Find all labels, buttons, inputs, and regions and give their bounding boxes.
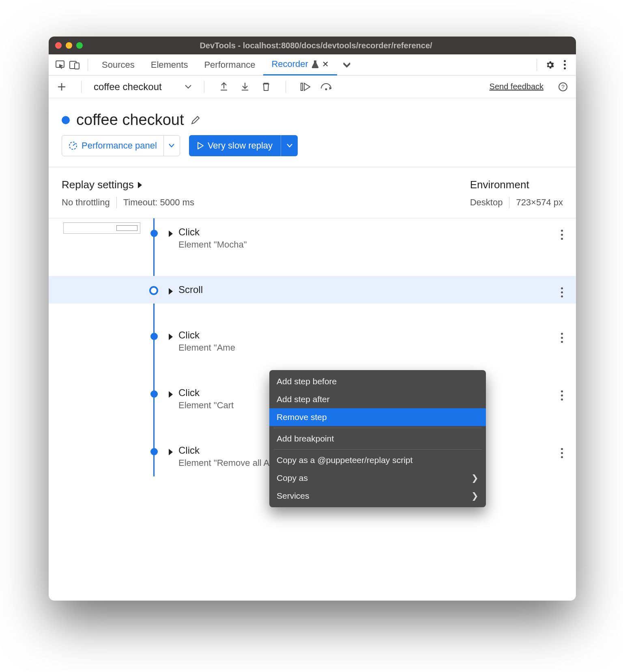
page-title: coffee checkout bbox=[76, 111, 184, 129]
menu-separator bbox=[273, 449, 482, 450]
button-label: Performance panel bbox=[82, 140, 157, 151]
heading-label: Environment bbox=[470, 179, 529, 191]
divider bbox=[88, 59, 88, 71]
expand-step-icon[interactable] bbox=[169, 449, 173, 455]
chevron-down-icon[interactable] bbox=[185, 84, 192, 89]
timeline-node-icon bbox=[150, 333, 158, 340]
step-menu-icon[interactable] bbox=[561, 333, 563, 343]
ctx-copy-puppeteer[interactable]: Copy as a @puppeteer/replay script bbox=[269, 451, 486, 469]
devtools-window: DevTools - localhost:8080/docs/devtools/… bbox=[49, 37, 576, 601]
new-recording-icon[interactable] bbox=[54, 80, 69, 94]
step-subtitle: Element "Mocha" bbox=[178, 239, 552, 250]
divider bbox=[116, 197, 117, 208]
step-title: Scroll bbox=[178, 284, 552, 295]
divider bbox=[509, 197, 509, 208]
tab-label: Performance bbox=[204, 60, 255, 70]
flask-icon bbox=[312, 60, 319, 68]
expand-step-icon[interactable] bbox=[169, 288, 173, 295]
help-icon[interactable]: ? bbox=[556, 80, 570, 94]
kebab-menu-icon[interactable] bbox=[557, 58, 572, 72]
titlebar: DevTools - localhost:8080/docs/devtools/… bbox=[49, 37, 576, 54]
tab-recorder[interactable]: Recorder ✕ bbox=[263, 54, 337, 75]
replay-settings-heading[interactable]: Replay settings bbox=[62, 179, 470, 191]
step-menu-icon[interactable] bbox=[561, 287, 563, 297]
step-menu-icon[interactable] bbox=[561, 390, 563, 401]
ctx-copy-as[interactable]: Copy as ❯ bbox=[269, 469, 486, 487]
divider bbox=[537, 59, 537, 71]
step-menu-icon[interactable] bbox=[561, 230, 563, 240]
step-row[interactable]: Click Element "Mocha" bbox=[49, 218, 576, 258]
divider bbox=[81, 81, 82, 93]
step-menu-icon[interactable] bbox=[561, 448, 563, 458]
menu-label: Add breakpoint bbox=[277, 434, 334, 444]
step-over-icon[interactable] bbox=[319, 80, 334, 94]
device-value: Desktop bbox=[470, 197, 503, 208]
close-window-button[interactable] bbox=[55, 42, 62, 49]
divider bbox=[204, 81, 204, 93]
timeline-node-icon bbox=[150, 230, 158, 237]
replay-button[interactable]: Very slow replay bbox=[189, 135, 298, 156]
expand-step-icon[interactable] bbox=[169, 334, 173, 340]
close-tab-icon[interactable]: ✕ bbox=[322, 59, 329, 69]
menu-label: Services bbox=[277, 491, 309, 501]
timeout-value: Timeout: 5000 ms bbox=[123, 197, 194, 208]
menu-label: Add step after bbox=[277, 394, 330, 404]
tab-label: Elements bbox=[151, 60, 188, 70]
edit-title-icon[interactable] bbox=[190, 115, 201, 125]
replay-speed-dropdown[interactable] bbox=[281, 135, 298, 156]
step-subtitle: Element "Ame bbox=[178, 342, 552, 353]
step-replay-icon[interactable] bbox=[298, 80, 313, 94]
svg-point-4 bbox=[325, 88, 327, 90]
menu-label: Copy as a @puppeteer/replay script bbox=[277, 455, 412, 465]
divider bbox=[286, 81, 286, 93]
tab-sources[interactable]: Sources bbox=[94, 54, 143, 75]
import-icon[interactable] bbox=[238, 80, 252, 94]
timeline-node-icon bbox=[150, 448, 158, 455]
chevron-right-icon: ❯ bbox=[471, 473, 479, 483]
chevron-right-icon bbox=[138, 182, 142, 188]
tab-elements[interactable]: Elements bbox=[143, 54, 196, 75]
recording-selector[interactable]: coffee checkout bbox=[94, 81, 162, 93]
ctx-services[interactable]: Services ❯ bbox=[269, 487, 486, 505]
menu-label: Copy as bbox=[277, 473, 308, 483]
chevron-right-icon: ❯ bbox=[471, 491, 479, 501]
menu-label: Add step before bbox=[277, 377, 337, 386]
more-tabs-icon[interactable] bbox=[339, 58, 354, 72]
button-label: Very slow replay bbox=[208, 140, 273, 151]
export-icon[interactable] bbox=[217, 80, 231, 94]
timeline-node-icon bbox=[149, 286, 158, 295]
menu-label: Remove step bbox=[277, 412, 327, 422]
send-feedback-link[interactable]: Send feedback bbox=[490, 82, 544, 91]
ctx-add-step-after[interactable]: Add step after bbox=[269, 390, 486, 408]
step-row[interactable]: Click Element "Ame bbox=[49, 321, 576, 361]
expand-step-icon[interactable] bbox=[169, 230, 173, 237]
perf-panel-dropdown[interactable] bbox=[163, 136, 180, 156]
action-buttons: Performance panel Very slow replay bbox=[49, 135, 576, 167]
gauge-icon bbox=[69, 141, 77, 150]
device-toolbar-icon[interactable] bbox=[67, 58, 82, 72]
step-row[interactable]: Scroll bbox=[49, 276, 576, 304]
svg-rect-3 bbox=[301, 83, 303, 90]
environment-heading: Environment bbox=[470, 179, 563, 191]
devtools-tabstrip: Sources Elements Performance Recorder ✕ bbox=[49, 54, 576, 75]
timeline-node-icon bbox=[150, 390, 158, 398]
performance-panel-button[interactable]: Performance panel bbox=[62, 135, 180, 156]
play-icon bbox=[197, 142, 204, 149]
heading-label: Replay settings bbox=[62, 179, 134, 191]
svg-text:?: ? bbox=[561, 83, 565, 90]
settings-strip: Replay settings No throttling Timeout: 5… bbox=[49, 167, 576, 218]
menu-separator bbox=[273, 428, 482, 428]
expand-step-icon[interactable] bbox=[169, 391, 173, 398]
step-title: Click bbox=[178, 226, 552, 238]
throttling-value: No throttling bbox=[62, 197, 110, 208]
step-title: Click bbox=[178, 330, 552, 341]
inspect-element-icon[interactable] bbox=[53, 58, 67, 72]
ctx-add-breakpoint[interactable]: Add breakpoint bbox=[269, 430, 486, 448]
settings-gear-icon[interactable] bbox=[543, 58, 557, 72]
ctx-add-step-before[interactable]: Add step before bbox=[269, 373, 486, 390]
recording-indicator-icon bbox=[62, 116, 70, 124]
delete-icon[interactable] bbox=[259, 80, 273, 94]
ctx-remove-step[interactable]: Remove step bbox=[269, 408, 486, 426]
tab-performance[interactable]: Performance bbox=[196, 54, 263, 75]
tab-label: Recorder bbox=[271, 59, 308, 69]
